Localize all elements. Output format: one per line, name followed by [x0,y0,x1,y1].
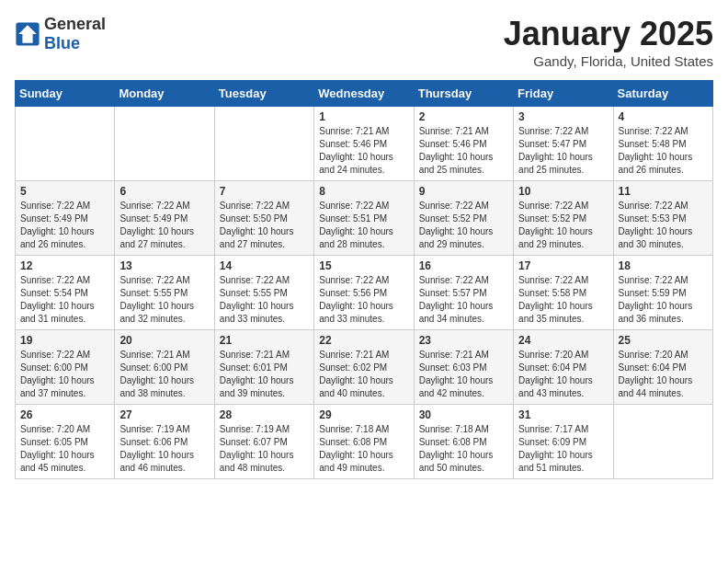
calendar-cell: 25Sunrise: 7:20 AM Sunset: 6:04 PM Dayli… [613,330,712,405]
calendar-week-3: 12Sunrise: 7:22 AM Sunset: 5:54 PM Dayli… [16,256,713,330]
calendar-cell: 9Sunrise: 7:22 AM Sunset: 5:52 PM Daylig… [414,181,513,256]
calendar-week-5: 26Sunrise: 7:20 AM Sunset: 6:05 PM Dayli… [16,405,713,479]
day-info: Sunrise: 7:22 AM Sunset: 5:56 PM Dayligh… [319,274,408,326]
day-number: 15 [319,259,408,272]
day-info: Sunrise: 7:20 AM Sunset: 6:05 PM Dayligh… [20,423,109,475]
calendar-cell: 24Sunrise: 7:20 AM Sunset: 6:04 PM Dayli… [514,330,613,405]
day-number: 19 [20,334,109,347]
weekday-monday: Monday [115,81,214,107]
day-info: Sunrise: 7:22 AM Sunset: 5:48 PM Dayligh… [619,125,708,177]
calendar-cell: 27Sunrise: 7:19 AM Sunset: 6:06 PM Dayli… [115,405,214,479]
day-info: Sunrise: 7:22 AM Sunset: 5:50 PM Dayligh… [220,200,309,251]
day-info: Sunrise: 7:18 AM Sunset: 6:08 PM Dayligh… [319,423,408,475]
day-number: 16 [419,259,508,272]
logo: General Blue [15,15,106,53]
day-number: 27 [119,408,209,421]
day-number: 8 [319,185,408,198]
calendar-cell [16,107,115,181]
day-info: Sunrise: 7:22 AM Sunset: 5:47 PM Dayligh… [518,125,608,177]
calendar-cell: 26Sunrise: 7:20 AM Sunset: 6:05 PM Dayli… [16,405,115,479]
day-number: 4 [619,110,708,123]
day-number: 25 [619,334,708,347]
day-info: Sunrise: 7:17 AM Sunset: 6:09 PM Dayligh… [518,423,608,475]
calendar-cell: 20Sunrise: 7:21 AM Sunset: 6:00 PM Dayli… [115,330,214,405]
day-info: Sunrise: 7:21 AM Sunset: 5:46 PM Dayligh… [319,125,408,177]
calendar-cell: 22Sunrise: 7:21 AM Sunset: 6:02 PM Dayli… [314,330,414,405]
calendar-cell: 1Sunrise: 7:21 AM Sunset: 5:46 PM Daylig… [314,107,414,181]
day-number: 30 [419,408,508,421]
calendar-cell: 7Sunrise: 7:22 AM Sunset: 5:50 PM Daylig… [214,181,313,256]
calendar-cell: 12Sunrise: 7:22 AM Sunset: 5:54 PM Dayli… [16,256,115,330]
weekday-thursday: Thursday [414,81,513,107]
day-number: 28 [220,408,309,421]
day-number: 21 [220,334,309,347]
calendar-cell: 10Sunrise: 7:22 AM Sunset: 5:52 PM Dayli… [514,181,613,256]
day-number: 2 [419,110,508,123]
calendar-cell: 15Sunrise: 7:22 AM Sunset: 5:56 PM Dayli… [314,256,414,330]
calendar-cell: 14Sunrise: 7:22 AM Sunset: 5:55 PM Dayli… [214,256,313,330]
day-number: 1 [319,110,408,123]
day-info: Sunrise: 7:22 AM Sunset: 5:57 PM Dayligh… [419,274,508,326]
day-info: Sunrise: 7:22 AM Sunset: 5:53 PM Dayligh… [619,200,708,251]
calendar-cell: 18Sunrise: 7:22 AM Sunset: 5:59 PM Dayli… [613,256,712,330]
month-title: January 2025 [504,15,713,53]
weekday-friday: Friday [514,81,613,107]
calendar-cell: 11Sunrise: 7:22 AM Sunset: 5:53 PM Dayli… [613,181,712,256]
day-info: Sunrise: 7:21 AM Sunset: 6:00 PM Dayligh… [119,349,209,400]
day-info: Sunrise: 7:22 AM Sunset: 6:00 PM Dayligh… [20,349,109,400]
calendar-cell [115,107,214,181]
logo-general: General [44,15,106,33]
calendar-table: SundayMondayTuesdayWednesdayThursdayFrid… [15,80,713,479]
weekday-sunday: Sunday [16,81,115,107]
day-number: 5 [20,185,109,198]
calendar-week-4: 19Sunrise: 7:22 AM Sunset: 6:00 PM Dayli… [16,330,713,405]
calendar-cell: 2Sunrise: 7:21 AM Sunset: 5:46 PM Daylig… [414,107,513,181]
day-number: 12 [20,259,109,272]
day-info: Sunrise: 7:20 AM Sunset: 6:04 PM Dayligh… [619,349,708,400]
calendar-cell [613,405,712,479]
day-info: Sunrise: 7:18 AM Sunset: 6:08 PM Dayligh… [419,423,508,475]
day-number: 7 [220,185,309,198]
day-info: Sunrise: 7:22 AM Sunset: 5:59 PM Dayligh… [619,274,708,326]
day-info: Sunrise: 7:21 AM Sunset: 6:01 PM Dayligh… [220,349,309,400]
day-info: Sunrise: 7:21 AM Sunset: 6:03 PM Dayligh… [419,349,508,400]
calendar-week-2: 5Sunrise: 7:22 AM Sunset: 5:49 PM Daylig… [16,181,713,256]
day-info: Sunrise: 7:21 AM Sunset: 5:46 PM Dayligh… [419,125,508,177]
weekday-tuesday: Tuesday [214,81,313,107]
day-info: Sunrise: 7:22 AM Sunset: 5:52 PM Dayligh… [518,200,608,251]
day-number: 3 [518,110,608,123]
day-number: 23 [419,334,508,347]
title-block: January 2025 Gandy, Florida, United Stat… [504,15,713,69]
calendar-cell: 6Sunrise: 7:22 AM Sunset: 5:49 PM Daylig… [115,181,214,256]
calendar-cell: 4Sunrise: 7:22 AM Sunset: 5:48 PM Daylig… [613,107,712,181]
day-number: 20 [119,334,209,347]
calendar-cell: 30Sunrise: 7:18 AM Sunset: 6:08 PM Dayli… [414,405,513,479]
day-number: 17 [518,259,608,272]
day-info: Sunrise: 7:22 AM Sunset: 5:55 PM Dayligh… [119,274,209,326]
calendar-body: 1Sunrise: 7:21 AM Sunset: 5:46 PM Daylig… [16,107,713,479]
day-info: Sunrise: 7:22 AM Sunset: 5:55 PM Dayligh… [220,274,309,326]
day-number: 31 [518,408,608,421]
logo-blue: Blue [44,34,80,52]
day-number: 11 [619,185,708,198]
day-info: Sunrise: 7:22 AM Sunset: 5:52 PM Dayligh… [419,200,508,251]
day-info: Sunrise: 7:22 AM Sunset: 5:54 PM Dayligh… [20,274,109,326]
day-number: 13 [119,259,209,272]
day-number: 26 [20,408,109,421]
day-info: Sunrise: 7:21 AM Sunset: 6:02 PM Dayligh… [319,349,408,400]
calendar-cell: 8Sunrise: 7:22 AM Sunset: 5:51 PM Daylig… [314,181,414,256]
calendar-cell: 17Sunrise: 7:22 AM Sunset: 5:58 PM Dayli… [514,256,613,330]
day-info: Sunrise: 7:22 AM Sunset: 5:49 PM Dayligh… [119,200,209,251]
weekday-wednesday: Wednesday [314,81,414,107]
page-header: General Blue January 2025 Gandy, Florida… [15,15,713,69]
logo-icon [15,21,40,47]
calendar-cell: 19Sunrise: 7:22 AM Sunset: 6:00 PM Dayli… [16,330,115,405]
weekday-saturday: Saturday [613,81,712,107]
calendar-cell: 3Sunrise: 7:22 AM Sunset: 5:47 PM Daylig… [514,107,613,181]
calendar-week-1: 1Sunrise: 7:21 AM Sunset: 5:46 PM Daylig… [16,107,713,181]
day-number: 29 [319,408,408,421]
day-number: 24 [518,334,608,347]
calendar-cell: 5Sunrise: 7:22 AM Sunset: 5:49 PM Daylig… [16,181,115,256]
day-info: Sunrise: 7:22 AM Sunset: 5:58 PM Dayligh… [518,274,608,326]
day-number: 6 [119,185,209,198]
